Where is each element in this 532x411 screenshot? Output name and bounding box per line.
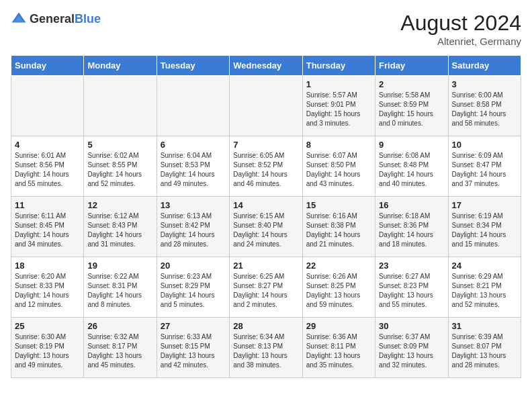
day-info: Sunrise: 6:25 AM Sunset: 8:27 PM Dayligh…: [233, 272, 298, 310]
day-cell: [11, 76, 84, 136]
month-year: August 2024: [400, 11, 521, 36]
day-cell: 17Sunrise: 6:19 AM Sunset: 8:34 PM Dayli…: [448, 197, 521, 257]
day-cell: 10Sunrise: 6:09 AM Sunset: 8:47 PM Dayli…: [448, 136, 521, 197]
day-cell: 9Sunrise: 6:08 AM Sunset: 8:48 PM Daylig…: [375, 136, 448, 197]
day-cell: 11Sunrise: 6:11 AM Sunset: 8:45 PM Dayli…: [11, 197, 84, 257]
day-info: Sunrise: 6:32 AM Sunset: 8:17 PM Dayligh…: [87, 332, 152, 370]
day-info: Sunrise: 6:20 AM Sunset: 8:33 PM Dayligh…: [15, 272, 80, 310]
day-cell: 12Sunrise: 6:12 AM Sunset: 8:43 PM Dayli…: [84, 197, 157, 257]
weekday-header-thursday: Thursday: [302, 56, 375, 76]
day-number: 30: [379, 321, 444, 331]
day-cell: [84, 76, 157, 136]
day-number: 16: [379, 200, 444, 210]
week-row-1: 1Sunrise: 5:57 AM Sunset: 9:01 PM Daylig…: [11, 76, 521, 136]
week-row-4: 18Sunrise: 6:20 AM Sunset: 8:33 PM Dayli…: [11, 257, 521, 318]
day-cell: 31Sunrise: 6:39 AM Sunset: 8:07 PM Dayli…: [448, 318, 521, 378]
day-info: Sunrise: 6:34 AM Sunset: 8:13 PM Dayligh…: [233, 332, 298, 370]
day-cell: 13Sunrise: 6:13 AM Sunset: 8:42 PM Dayli…: [157, 197, 229, 257]
day-cell: 7Sunrise: 6:05 AM Sunset: 8:52 PM Daylig…: [230, 136, 302, 197]
day-info: Sunrise: 6:04 AM Sunset: 8:53 PM Dayligh…: [161, 151, 226, 189]
day-number: 6: [161, 140, 226, 150]
day-number: 2: [379, 79, 444, 89]
day-cell: 15Sunrise: 6:16 AM Sunset: 8:38 PM Dayli…: [302, 197, 375, 257]
day-number: 10: [452, 140, 517, 150]
day-info: Sunrise: 6:16 AM Sunset: 8:38 PM Dayligh…: [306, 212, 371, 249]
day-cell: 2Sunrise: 5:58 AM Sunset: 8:59 PM Daylig…: [375, 76, 448, 136]
day-info: Sunrise: 6:30 AM Sunset: 8:19 PM Dayligh…: [15, 332, 80, 370]
weekday-header-friday: Friday: [375, 56, 448, 76]
day-number: 9: [379, 140, 444, 150]
day-info: Sunrise: 6:26 AM Sunset: 8:25 PM Dayligh…: [306, 272, 371, 310]
logo-general: General: [30, 12, 75, 26]
day-cell: 8Sunrise: 6:07 AM Sunset: 8:50 PM Daylig…: [302, 136, 375, 197]
weekday-header-sunday: Sunday: [11, 56, 84, 76]
day-info: Sunrise: 6:33 AM Sunset: 8:15 PM Dayligh…: [161, 332, 226, 370]
day-info: Sunrise: 6:22 AM Sunset: 8:31 PM Dayligh…: [87, 272, 152, 310]
logo-blue: Blue: [75, 12, 101, 26]
day-info: Sunrise: 6:29 AM Sunset: 8:21 PM Dayligh…: [452, 272, 517, 310]
day-cell: 4Sunrise: 6:01 AM Sunset: 8:56 PM Daylig…: [11, 136, 84, 197]
day-cell: 18Sunrise: 6:20 AM Sunset: 8:33 PM Dayli…: [11, 257, 84, 318]
day-number: 14: [233, 200, 298, 210]
day-cell: 20Sunrise: 6:23 AM Sunset: 8:29 PM Dayli…: [157, 257, 229, 318]
week-row-2: 4Sunrise: 6:01 AM Sunset: 8:56 PM Daylig…: [11, 136, 521, 197]
day-info: Sunrise: 6:23 AM Sunset: 8:29 PM Dayligh…: [161, 272, 226, 310]
day-number: 20: [161, 261, 226, 271]
day-number: 4: [15, 140, 80, 150]
day-info: Sunrise: 6:11 AM Sunset: 8:45 PM Dayligh…: [15, 212, 80, 249]
day-cell: 19Sunrise: 6:22 AM Sunset: 8:31 PM Dayli…: [84, 257, 157, 318]
weekday-header-wednesday: Wednesday: [230, 56, 302, 76]
day-cell: 26Sunrise: 6:32 AM Sunset: 8:17 PM Dayli…: [84, 318, 157, 378]
day-number: 12: [87, 200, 152, 210]
day-info: Sunrise: 6:18 AM Sunset: 8:36 PM Dayligh…: [379, 212, 444, 249]
weekday-header-row: SundayMondayTuesdayWednesdayThursdayFrid…: [11, 56, 521, 76]
header: GeneralBlue August 2024 Altenriet, Germa…: [11, 11, 521, 47]
day-cell: [157, 76, 229, 136]
day-number: 25: [15, 321, 80, 331]
day-cell: 22Sunrise: 6:26 AM Sunset: 8:25 PM Dayli…: [302, 257, 375, 318]
weekday-header-monday: Monday: [84, 56, 157, 76]
day-cell: 16Sunrise: 6:18 AM Sunset: 8:36 PM Dayli…: [375, 197, 448, 257]
day-info: Sunrise: 6:13 AM Sunset: 8:42 PM Dayligh…: [161, 212, 226, 249]
day-info: Sunrise: 6:12 AM Sunset: 8:43 PM Dayligh…: [87, 212, 152, 249]
day-number: 24: [452, 261, 517, 271]
day-info: Sunrise: 6:36 AM Sunset: 8:11 PM Dayligh…: [306, 332, 371, 370]
location: Altenriet, Germany: [400, 36, 521, 47]
day-number: 26: [87, 321, 152, 331]
weekday-header-tuesday: Tuesday: [157, 56, 229, 76]
day-cell: [230, 76, 302, 136]
day-number: 15: [306, 200, 371, 210]
day-cell: 3Sunrise: 6:00 AM Sunset: 8:58 PM Daylig…: [448, 76, 521, 136]
day-number: 27: [161, 321, 226, 331]
day-number: 1: [306, 79, 371, 89]
day-info: Sunrise: 6:37 AM Sunset: 8:09 PM Dayligh…: [379, 332, 444, 370]
day-number: 22: [306, 261, 371, 271]
logo-text: GeneralBlue: [30, 12, 101, 26]
day-info: Sunrise: 6:39 AM Sunset: 8:07 PM Dayligh…: [452, 332, 517, 370]
day-info: Sunrise: 5:58 AM Sunset: 8:59 PM Dayligh…: [379, 91, 444, 128]
day-cell: 23Sunrise: 6:27 AM Sunset: 8:23 PM Dayli…: [375, 257, 448, 318]
day-number: 18: [15, 261, 80, 271]
day-number: 17: [452, 200, 517, 210]
calendar-table: SundayMondayTuesdayWednesdayThursdayFrid…: [11, 55, 521, 378]
day-info: Sunrise: 6:07 AM Sunset: 8:50 PM Dayligh…: [306, 151, 371, 189]
title-area: August 2024 Altenriet, Germany: [400, 11, 521, 47]
day-number: 28: [233, 321, 298, 331]
week-row-3: 11Sunrise: 6:11 AM Sunset: 8:45 PM Dayli…: [11, 197, 521, 257]
day-cell: 21Sunrise: 6:25 AM Sunset: 8:27 PM Dayli…: [230, 257, 302, 318]
day-number: 19: [87, 261, 152, 271]
day-number: 29: [306, 321, 371, 331]
day-cell: 28Sunrise: 6:34 AM Sunset: 8:13 PM Dayli…: [230, 318, 302, 378]
day-cell: 1Sunrise: 5:57 AM Sunset: 9:01 PM Daylig…: [302, 76, 375, 136]
day-info: Sunrise: 6:00 AM Sunset: 8:58 PM Dayligh…: [452, 91, 517, 128]
day-cell: 25Sunrise: 6:30 AM Sunset: 8:19 PM Dayli…: [11, 318, 84, 378]
day-number: 23: [379, 261, 444, 271]
day-info: Sunrise: 5:57 AM Sunset: 9:01 PM Dayligh…: [306, 91, 371, 128]
day-cell: 24Sunrise: 6:29 AM Sunset: 8:21 PM Dayli…: [448, 257, 521, 318]
day-number: 21: [233, 261, 298, 271]
logo: GeneralBlue: [11, 11, 101, 27]
day-cell: 27Sunrise: 6:33 AM Sunset: 8:15 PM Dayli…: [157, 318, 229, 378]
weekday-header-saturday: Saturday: [448, 56, 521, 76]
day-info: Sunrise: 6:27 AM Sunset: 8:23 PM Dayligh…: [379, 272, 444, 310]
day-cell: 6Sunrise: 6:04 AM Sunset: 8:53 PM Daylig…: [157, 136, 229, 197]
